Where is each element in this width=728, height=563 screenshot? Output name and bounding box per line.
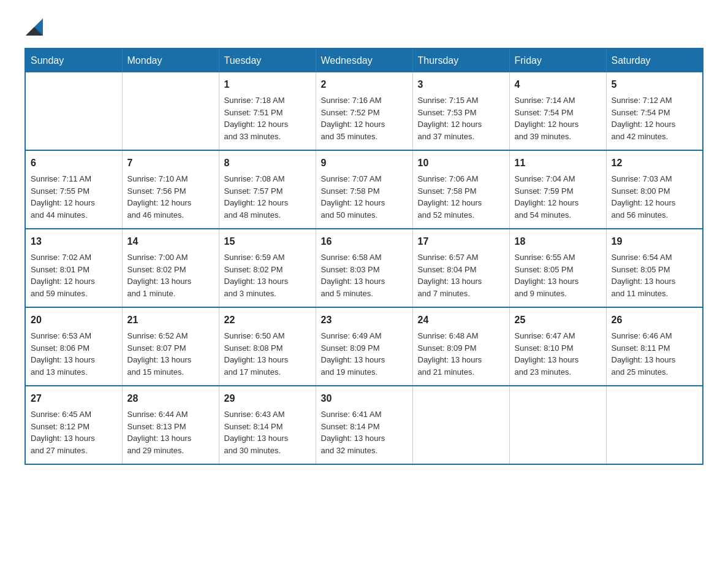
day-info-text: Sunrise: 6:53 AM (31, 330, 117, 342)
logo (25, 18, 43, 36)
day-info-text: and 48 minutes. (224, 209, 311, 221)
day-info-text: and 30 minutes. (224, 445, 311, 457)
day-number: 6 (31, 156, 117, 170)
day-number: 28 (127, 391, 214, 406)
day-info-text: and 1 minute. (127, 288, 214, 300)
calendar-cell: 2Sunrise: 7:16 AMSunset: 7:52 PMDaylight… (316, 72, 412, 150)
day-number: 18 (515, 234, 601, 249)
day-info-text: Sunrise: 7:15 AM (418, 94, 504, 107)
day-info-text: Daylight: 12 hours (612, 197, 698, 209)
day-number: 11 (515, 156, 601, 170)
day-info-text: Sunrise: 6:43 AM (224, 408, 311, 421)
calendar-cell: 14Sunrise: 7:00 AMSunset: 8:02 PMDayligh… (122, 229, 219, 307)
calendar-cell: 16Sunrise: 6:58 AMSunset: 8:03 PMDayligh… (316, 229, 412, 307)
day-info-text: Sunrise: 7:11 AM (31, 173, 117, 185)
day-info-text: Sunset: 8:05 PM (515, 264, 601, 276)
day-info-text: Sunset: 7:58 PM (418, 185, 504, 197)
calendar-body: 1Sunrise: 7:18 AMSunset: 7:51 PMDaylight… (25, 72, 703, 464)
day-info-text: Sunrise: 6:45 AM (31, 408, 117, 421)
day-info-text: and 3 minutes. (224, 288, 311, 300)
day-of-week-saturday: Saturday (606, 48, 703, 72)
day-info-text: Daylight: 13 hours (31, 432, 117, 445)
calendar-cell: 8Sunrise: 7:08 AMSunset: 7:57 PMDaylight… (219, 150, 316, 229)
day-info-text: and 52 minutes. (418, 209, 504, 221)
day-info-text: Daylight: 13 hours (127, 432, 214, 445)
day-info-text: Sunset: 8:11 PM (612, 342, 698, 354)
calendar-cell: 4Sunrise: 7:14 AMSunset: 7:54 PMDaylight… (509, 72, 606, 150)
calendar-cell (25, 72, 122, 150)
day-info-text: Sunrise: 7:00 AM (127, 251, 214, 264)
day-info-text: Sunset: 8:13 PM (127, 421, 214, 433)
day-number: 25 (515, 313, 601, 327)
day-info-text: and 59 minutes. (31, 288, 117, 300)
day-info-text: Sunrise: 6:48 AM (418, 330, 504, 342)
day-info-text: and 37 minutes. (418, 131, 504, 143)
day-number: 2 (321, 77, 408, 92)
day-of-week-thursday: Thursday (412, 48, 509, 72)
day-of-week-sunday: Sunday (25, 48, 122, 72)
day-info-text: Sunrise: 6:52 AM (127, 330, 214, 342)
day-info-text: Daylight: 12 hours (224, 118, 311, 131)
calendar-cell: 17Sunrise: 6:57 AMSunset: 8:04 PMDayligh… (412, 229, 509, 307)
day-info-text: Daylight: 13 hours (612, 275, 698, 288)
day-info-text: Sunrise: 7:07 AM (321, 173, 408, 185)
day-number: 27 (31, 391, 117, 406)
day-info-text: Daylight: 13 hours (224, 432, 311, 445)
day-of-week-monday: Monday (122, 48, 219, 72)
day-info-text: Daylight: 13 hours (515, 275, 601, 288)
day-info-text: Sunset: 7:59 PM (515, 185, 601, 197)
calendar-cell: 10Sunrise: 7:06 AMSunset: 7:58 PMDayligh… (412, 150, 509, 229)
day-number: 17 (418, 234, 504, 249)
day-info-text: Sunset: 8:14 PM (321, 421, 408, 433)
calendar-cell: 18Sunrise: 6:55 AMSunset: 8:05 PMDayligh… (509, 229, 606, 307)
calendar-table: SundayMondayTuesdayWednesdayThursdayFrid… (25, 48, 703, 465)
day-info-text: Sunrise: 6:46 AM (612, 330, 698, 342)
day-info-text: Sunrise: 7:08 AM (224, 173, 311, 185)
day-info-text: Sunrise: 6:57 AM (418, 251, 504, 264)
day-info-text: Daylight: 13 hours (418, 354, 504, 366)
day-info-text: and 29 minutes. (127, 445, 214, 457)
calendar-cell: 3Sunrise: 7:15 AMSunset: 7:53 PMDaylight… (412, 72, 509, 150)
day-info-text: and 27 minutes. (31, 445, 117, 457)
day-info-text: Daylight: 12 hours (515, 118, 601, 131)
day-info-text: Daylight: 13 hours (418, 275, 504, 288)
day-info-text: and 54 minutes. (515, 209, 601, 221)
day-info-text: Sunset: 8:09 PM (321, 342, 408, 354)
calendar-cell: 11Sunrise: 7:04 AMSunset: 7:59 PMDayligh… (509, 150, 606, 229)
day-info-text: Daylight: 12 hours (31, 197, 117, 209)
day-info-text: and 32 minutes. (321, 445, 408, 457)
day-info-text: Sunset: 8:02 PM (127, 264, 214, 276)
day-info-text: and 25 minutes. (612, 366, 698, 378)
day-info-text: and 23 minutes. (515, 366, 601, 378)
day-info-text: Daylight: 12 hours (418, 118, 504, 131)
day-info-text: Sunset: 7:58 PM (321, 185, 408, 197)
day-number: 13 (31, 234, 117, 249)
day-info-text: Sunset: 8:05 PM (612, 264, 698, 276)
day-info-text: and 17 minutes. (224, 366, 311, 378)
day-info-text: Sunset: 7:53 PM (418, 107, 504, 119)
day-info-text: Sunset: 7:54 PM (612, 107, 698, 119)
calendar-cell: 26Sunrise: 6:46 AMSunset: 8:11 PMDayligh… (606, 307, 703, 386)
day-info-text: Daylight: 12 hours (418, 197, 504, 209)
calendar-cell: 1Sunrise: 7:18 AMSunset: 7:51 PMDaylight… (219, 72, 316, 150)
day-number: 29 (224, 391, 311, 406)
calendar-cell (412, 386, 509, 464)
calendar-cell: 20Sunrise: 6:53 AMSunset: 8:06 PMDayligh… (25, 307, 122, 386)
day-info-text: Sunset: 8:03 PM (321, 264, 408, 276)
calendar-cell (509, 386, 606, 464)
calendar-cell: 27Sunrise: 6:45 AMSunset: 8:12 PMDayligh… (25, 386, 122, 464)
calendar-cell: 9Sunrise: 7:07 AMSunset: 7:58 PMDaylight… (316, 150, 412, 229)
day-info-text: Daylight: 13 hours (224, 354, 311, 366)
day-info-text: Sunset: 8:02 PM (224, 264, 311, 276)
day-info-text: Sunrise: 7:18 AM (224, 94, 311, 107)
calendar-week-row: 27Sunrise: 6:45 AMSunset: 8:12 PMDayligh… (25, 386, 703, 464)
day-info-text: Sunrise: 7:04 AM (515, 173, 601, 185)
calendar-cell: 25Sunrise: 6:47 AMSunset: 8:10 PMDayligh… (509, 307, 606, 386)
day-info-text: Sunset: 8:12 PM (31, 421, 117, 433)
day-info-text: and 5 minutes. (321, 288, 408, 300)
day-info-text: Daylight: 13 hours (31, 354, 117, 366)
day-info-text: Sunset: 7:51 PM (224, 107, 311, 119)
day-info-text: Daylight: 12 hours (612, 118, 698, 131)
day-info-text: and 11 minutes. (612, 288, 698, 300)
day-info-text: Sunset: 8:08 PM (224, 342, 311, 354)
